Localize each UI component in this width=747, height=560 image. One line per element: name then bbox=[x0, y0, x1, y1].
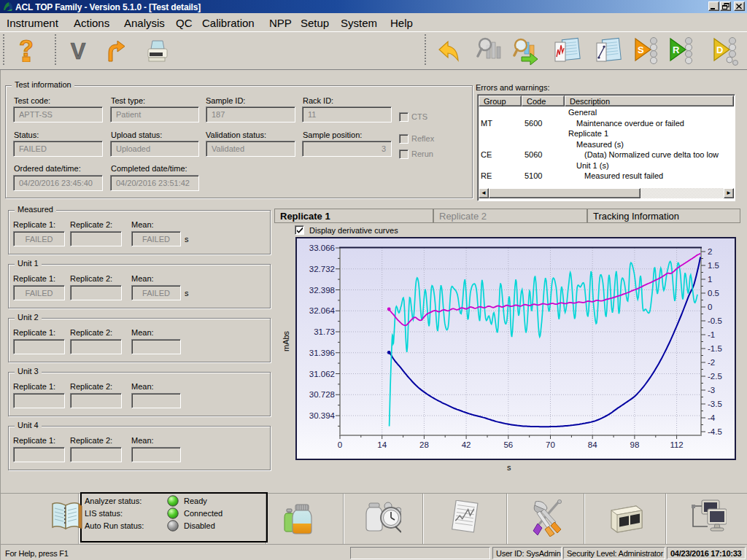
svg-text:D: D bbox=[716, 44, 723, 55]
svg-text:S: S bbox=[638, 44, 644, 55]
svg-text:V: V bbox=[71, 39, 86, 63]
svg-text:R: R bbox=[673, 44, 680, 55]
